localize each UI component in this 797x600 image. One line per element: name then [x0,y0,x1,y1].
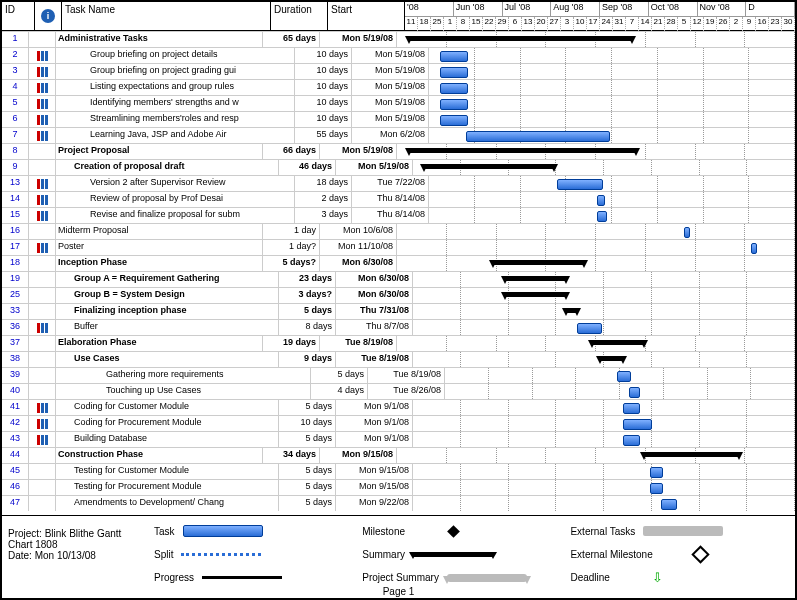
table-row[interactable]: 33Finalizing inception phase5 daysThu 7/… [2,303,795,319]
table-row[interactable]: 40Touching up Use Cases4 daysTue 8/26/08 [2,383,795,399]
table-row[interactable]: 45Testing for Customer Module5 daysMon 9… [2,463,795,479]
task-bar[interactable] [597,195,604,206]
cell-id: 45 [2,464,29,479]
cell-duration: 10 days [279,416,336,431]
task-bar[interactable] [440,83,468,94]
summary-bar[interactable] [600,356,623,361]
cell-duration: 46 days [279,160,336,175]
cell-duration: 55 days [295,128,352,143]
task-bar[interactable] [617,371,631,382]
summary-bar[interactable] [409,36,632,41]
cell-task-name: Finalizing inception phase [56,304,279,319]
cell-id: 42 [2,416,29,431]
table-row[interactable]: 17Poster1 day?Mon 11/10/08 [2,239,795,255]
cell-chart [397,448,795,463]
table-row[interactable]: 4Listing expectations and group rules10 … [2,79,795,95]
table-row[interactable]: 15Revise and finalize proposal for subm3… [2,207,795,223]
table-row[interactable]: 13Version 2 after Supervisor Review18 da… [2,175,795,191]
task-bar[interactable] [440,99,468,110]
legend-split-label: Split [154,549,173,560]
task-bar[interactable] [623,419,652,430]
cell-id: 37 [2,336,29,351]
table-row[interactable]: 36Buffer8 daysThu 8/7/08 [2,319,795,335]
task-bar[interactable] [623,435,640,446]
cell-chart [413,432,795,447]
table-row[interactable]: 47Amendments to Development/ Chang5 days… [2,495,795,511]
summary-bar[interactable] [424,164,554,169]
table-row[interactable]: 6Streamlining members'roles and resp10 d… [2,111,795,127]
month-cell: D [746,2,795,16]
summary-bar[interactable] [644,452,740,457]
table-row[interactable]: 3Group briefing on project grading gui10… [2,63,795,79]
summary-bar[interactable] [505,292,566,297]
table-row[interactable]: 18Inception Phase5 days?Mon 6/30/08 [2,255,795,271]
info-icon: i [41,9,55,23]
task-bar[interactable] [597,211,606,222]
table-row[interactable]: 39Gathering more requirements5 daysTue 8… [2,367,795,383]
table-row[interactable]: 38Use Cases9 daysTue 8/19/08 [2,351,795,367]
table-row[interactable]: 44Construction Phase34 daysMon 9/15/08 [2,447,795,463]
cell-task-name: Testing for Customer Module [56,464,279,479]
table-row[interactable]: 46Testing for Procurement Module5 daysMo… [2,479,795,495]
table-row[interactable]: 16Midterm Proposal1 dayMon 10/6/08 [2,223,795,239]
cell-id: 33 [2,304,29,319]
table-row[interactable]: 8Project Proposal66 daysMon 5/19/08 [2,143,795,159]
task-bar[interactable] [557,179,603,190]
table-row[interactable]: 2Group briefing on project details10 day… [2,47,795,63]
legend-prog-label: Progress [154,572,194,583]
task-bar[interactable] [440,67,468,78]
table-row[interactable]: 14Review of proposal by Prof Desai2 days… [2,191,795,207]
task-bar[interactable] [440,115,468,126]
cell-chart [413,304,795,319]
task-bar[interactable] [684,227,690,238]
cell-duration: 3 days [295,208,352,223]
summary-bar[interactable] [566,308,577,313]
cell-task-name: Building Database [56,432,279,447]
cell-info [29,48,56,63]
day-cell: 24 [600,17,613,31]
cell-task-name: Midterm Proposal [56,224,263,239]
table-row[interactable]: 43Building Database5 daysMon 9/1/08 [2,431,795,447]
summary-bar[interactable] [505,276,566,281]
ext-task-icon [643,526,723,536]
cell-start: Mon 9/1/08 [336,432,413,447]
task-bar[interactable] [650,467,663,478]
cell-task-name: Coding for Procurement Module [56,416,279,431]
table-row[interactable]: 42Coding for Procurement Module10 daysMo… [2,415,795,431]
task-bar[interactable] [629,387,640,398]
cell-start: Mon 6/30/08 [336,272,413,287]
summary-bar[interactable] [409,148,636,153]
table-row[interactable]: 5Identifying members' strengths and w10 … [2,95,795,111]
task-bar[interactable] [751,243,757,254]
cell-id: 3 [2,64,29,79]
cell-info [29,288,56,303]
cell-task-name: Group B = System Design [56,288,279,303]
task-bar[interactable] [440,51,468,62]
table-row[interactable]: 19Group A = Requirement Gathering23 days… [2,271,795,287]
cell-id: 25 [2,288,29,303]
task-bar[interactable] [623,403,640,414]
table-row[interactable]: 7Learning Java, JSP and Adobe Air55 days… [2,127,795,143]
summary-bar[interactable] [493,260,585,265]
table-row[interactable]: 1Administrative Tasks65 daysMon 5/19/08 [2,31,795,47]
table-row[interactable]: 9Creation of proposal draft46 daysMon 5/… [2,159,795,175]
cell-chart [397,336,795,351]
summary-bar[interactable] [592,340,644,345]
task-bar[interactable] [466,131,611,142]
cell-info [29,416,56,431]
task-bar[interactable] [661,499,676,510]
cell-start: Tue 8/19/08 [368,368,445,383]
cell-start: Mon 9/15/08 [320,448,397,463]
day-cell: 21 [652,17,665,31]
table-row[interactable]: 41Coding for Customer Module5 daysMon 9/… [2,399,795,415]
cell-task-name: Amendments to Development/ Chang [56,496,279,511]
cell-start: Mon 9/15/08 [336,480,413,495]
task-bar[interactable] [577,323,602,334]
table-row[interactable]: 37Elaboration Phase19 daysTue 8/19/08 [2,335,795,351]
table-row[interactable]: 25Group B = System Design3 days?Mon 6/30… [2,287,795,303]
gantt-rows: 1Administrative Tasks65 daysMon 5/19/082… [2,31,795,511]
cell-duration: 4 days [311,384,368,399]
day-cell: 27 [548,17,561,31]
cell-duration: 10 days [295,80,352,95]
task-bar[interactable] [650,483,663,494]
